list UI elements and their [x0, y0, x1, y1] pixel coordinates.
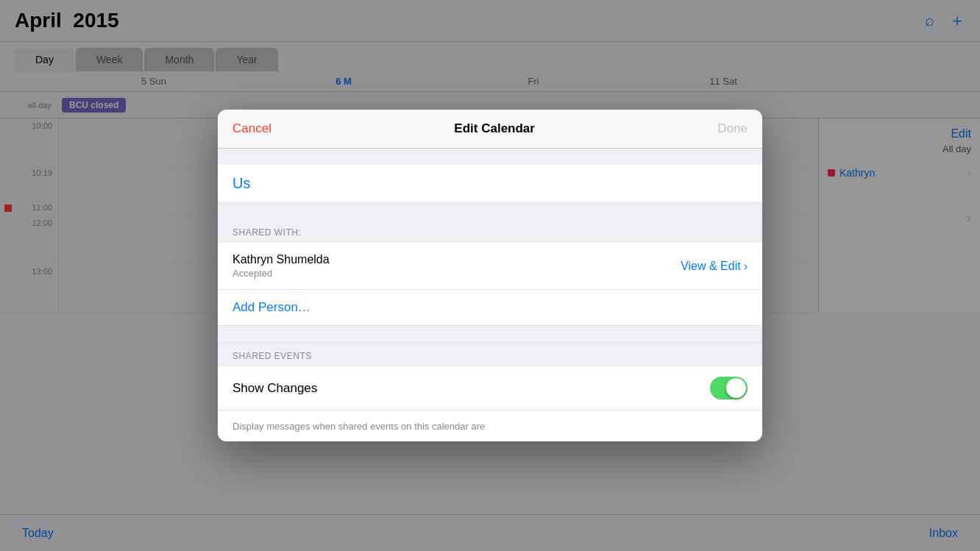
calendar-name-row[interactable]: Us	[218, 165, 762, 203]
shared-events-label: SHARED EVENTS	[232, 351, 312, 361]
person-name: Kathryn Shumelda	[232, 253, 330, 266]
modal-overlay: Cancel Edit Calendar Done Us SHARED WITH…	[0, 0, 980, 551]
description-text: Display messages when shared events on t…	[232, 421, 485, 432]
shared-events-header: SHARED EVENTS	[218, 342, 762, 366]
show-changes-label: Show Changes	[232, 381, 317, 396]
view-edit-chevron-icon: ›	[744, 260, 748, 273]
modal-header: Cancel Edit Calendar Done	[218, 110, 762, 149]
add-person-row[interactable]: Add Person…	[218, 290, 762, 326]
calendar-name: Us	[232, 175, 250, 192]
section-gap-2	[218, 203, 762, 219]
person-row[interactable]: Kathryn Shumelda Accepted View & Edit ›	[218, 243, 762, 290]
modal-title: Edit Calendar	[454, 121, 535, 136]
show-changes-toggle[interactable]	[710, 377, 748, 399]
section-gap-1	[218, 149, 762, 165]
shared-with-label: SHARED WITH:	[232, 227, 301, 238]
toggle-knob	[726, 378, 746, 398]
show-changes-row: Show Changes	[218, 366, 762, 410]
done-button[interactable]: Done	[717, 121, 748, 136]
section-gap-3	[218, 326, 762, 342]
shared-with-header: SHARED WITH:	[218, 219, 762, 243]
person-info: Kathryn Shumelda Accepted	[232, 253, 330, 279]
edit-calendar-modal: Cancel Edit Calendar Done Us SHARED WITH…	[218, 110, 762, 441]
view-edit-label: View & Edit	[681, 260, 741, 273]
cancel-button[interactable]: Cancel	[232, 121, 271, 136]
person-status: Accepted	[232, 268, 330, 279]
add-person-button[interactable]: Add Person…	[232, 300, 310, 315]
view-edit-button[interactable]: View & Edit ›	[681, 260, 748, 273]
description-row: Display messages when shared events on t…	[218, 410, 762, 441]
